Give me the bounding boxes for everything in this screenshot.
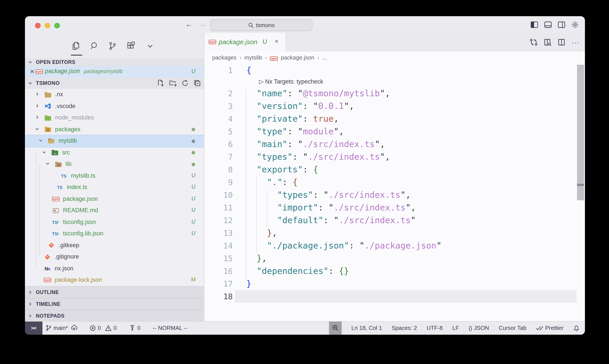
line-number: 12: [204, 214, 233, 227]
eol-sequence[interactable]: LF: [452, 325, 459, 331]
open-changes-icon[interactable]: [530, 38, 538, 46]
source-control-icon[interactable]: [107, 40, 118, 52]
code-line-13[interactable]: 13 },: [204, 227, 585, 239]
git-dot-badge: [192, 139, 195, 143]
git-status-badge: U: [189, 172, 197, 178]
breadcrumb-item-package.json[interactable]: package.json: [281, 54, 314, 61]
code-line-4[interactable]: 4 "private": true,: [204, 112, 585, 125]
code-line-17[interactable]: 17}: [204, 277, 585, 290]
encoding[interactable]: UTF-8: [427, 325, 443, 331]
tree-item-mytslib-ts[interactable]: TSmytslib.tsU: [25, 170, 204, 182]
cursor-tab-status[interactable]: Cursor Tab: [499, 325, 527, 331]
outline-title: OUTLINE: [36, 290, 59, 295]
tab-package-json[interactable]: npm package.json U ×: [204, 33, 286, 52]
code-line-7[interactable]: 7 "types": "./src/index.ts",: [204, 151, 585, 163]
run-target-icon[interactable]: ▷: [259, 78, 264, 85]
zoom-window-button[interactable]: [54, 23, 60, 28]
extensions-icon[interactable]: [125, 40, 137, 52]
code-line-1[interactable]: 1{: [204, 64, 585, 77]
search-view-icon[interactable]: [89, 40, 100, 52]
code-line-11[interactable]: 11 "import": "./src/index.ts",: [204, 201, 585, 214]
new-folder-icon[interactable]: [169, 79, 177, 87]
explorer-icon[interactable]: [70, 40, 82, 52]
remote-indicator[interactable]: ><: [25, 321, 42, 335]
tree-item--gitignore[interactable]: .gitignore: [25, 251, 204, 263]
language-mode[interactable]: {} JSON: [468, 325, 489, 331]
open-editors-header[interactable]: OPEN EDITORS: [25, 58, 204, 66]
new-file-icon[interactable]: [157, 79, 165, 87]
open-editor-item[interactable]: ✕ npm package.json packages/mytslib U: [25, 66, 204, 78]
problems-status[interactable]: 0 0: [90, 325, 117, 331]
tree-item--vscode[interactable]: .vscode: [25, 100, 204, 112]
more-views-chevron-icon[interactable]: [144, 40, 156, 52]
git-dot-badge: [192, 151, 195, 155]
tree-item--nx[interactable]: .nx: [25, 89, 204, 100]
tree-item-tsconfig-json[interactable]: TS∗tsconfig.jsonU: [25, 216, 204, 228]
tree-item-label: lib: [66, 161, 72, 167]
tree-item-src[interactable]: <>src: [25, 147, 204, 158]
code-line-8[interactable]: 8 "exports": {: [204, 163, 585, 176]
tree-item-package-json[interactable]: npmpackage.jsonU: [25, 193, 204, 205]
toggle-panel-icon[interactable]: [544, 21, 552, 28]
ports-status[interactable]: 0: [129, 325, 140, 331]
close-editor-icon[interactable]: ✕: [30, 68, 35, 75]
code-line-18[interactable]: 18: [204, 290, 585, 303]
breadcrumb-item-packages[interactable]: packages: [212, 54, 236, 61]
breadcrumb-tail[interactable]: ...: [322, 54, 327, 61]
code-area[interactable]: 1{▷ Nx Targets: typecheck2 "name": "@tsm…: [204, 64, 585, 321]
tree-item-mytslib[interactable]: mytslib: [25, 135, 204, 147]
close-tab-icon[interactable]: ×: [275, 38, 278, 45]
code-line-15[interactable]: 15 },: [204, 252, 585, 265]
code-line-3[interactable]: 3 "version": "0.0.1",: [204, 100, 585, 112]
toggle-secondary-sidebar-icon[interactable]: [557, 21, 565, 28]
open-preview-icon[interactable]: [544, 38, 552, 46]
tree-item-index-ts[interactable]: TSindex.tsU: [25, 182, 204, 193]
code-line-6[interactable]: 6 "main": "./src/index.ts",: [204, 138, 585, 151]
more-actions-icon[interactable]: ···: [572, 38, 580, 46]
settings-gear-icon[interactable]: [571, 21, 579, 28]
tree-item-lib[interactable]: lib: [25, 158, 204, 170]
branch-status[interactable]: main*: [46, 325, 78, 331]
tree-item-packages[interactable]: packages: [25, 124, 204, 135]
code-line-14[interactable]: 14 "./package.json": "./package.json": [204, 239, 585, 252]
breadcrumb-item-mytslib[interactable]: mytslib: [244, 54, 262, 61]
outline-section-header[interactable]: OUTLINE: [25, 286, 204, 298]
breadcrumb[interactable]: packages›mytslib›npmpackage.json›...: [204, 52, 585, 64]
split-editor-icon[interactable]: [558, 38, 566, 46]
tree-item-readme-md[interactable]: M↓README.mdU: [25, 205, 204, 216]
code-line-2[interactable]: 2 "name": "@tsmono/mytslib",: [204, 87, 585, 100]
navigate-back-button[interactable]: ←: [184, 20, 194, 29]
code-line-10[interactable]: 10 "types": "./src/index.ts",: [204, 189, 585, 201]
code-line-5[interactable]: 5 "type": "module",: [204, 125, 585, 138]
code-line-9[interactable]: 9 ".": {: [204, 176, 585, 189]
indentation[interactable]: Spaces: 2: [391, 325, 417, 331]
refresh-icon[interactable]: [181, 79, 189, 87]
codelens[interactable]: ▷ Nx Targets: typecheck: [204, 77, 585, 87]
notifications-bell-icon[interactable]: [573, 325, 580, 332]
tree-item-nx-json[interactable]: Nxnx.json: [25, 263, 204, 274]
navigate-forward-button[interactable]: →: [198, 20, 207, 29]
minimize-window-button[interactable]: [44, 23, 50, 28]
code-text: "private": true,: [246, 112, 339, 125]
code-line-12[interactable]: 12 "default": "./src/index.ts": [204, 214, 585, 227]
timeline-section-header[interactable]: TIMELINE: [25, 298, 204, 310]
tree-item-tsconfig-lib-json[interactable]: TS∗tsconfig.lib.jsonU: [25, 228, 204, 240]
toggle-primary-sidebar-icon[interactable]: [530, 21, 538, 28]
error-icon: [90, 325, 96, 331]
tree-item-package-lock-json[interactable]: npmpackage-lock.jsonM: [25, 274, 204, 286]
zoom-indicator[interactable]: [329, 321, 342, 335]
tree-item--gitkeep[interactable]: .gitkeep: [25, 240, 204, 251]
code-line-16[interactable]: 16 "dependencies": {}: [204, 265, 585, 277]
formatter-status[interactable]: Prettier: [536, 325, 563, 331]
command-center-search[interactable]: tsmono: [210, 19, 312, 31]
sidebar: OPEN EDITORS ✕ npm package.json packages…: [25, 33, 204, 321]
cursor-position[interactable]: Ln 18, Col 1: [351, 325, 382, 331]
status-bar: >< main* 0 0 0: [25, 321, 585, 335]
vim-mode[interactable]: -- NORMAL --: [153, 325, 187, 331]
notepads-section-header[interactable]: NOTEPADS: [25, 310, 204, 322]
close-window-button[interactable]: [35, 23, 40, 28]
explorer-section-header[interactable]: TSMONO: [25, 78, 204, 89]
scrollbar-thumb[interactable]: [577, 65, 584, 200]
tree-item-node-modules[interactable]: jsnode_modules: [25, 112, 204, 124]
collapse-all-icon[interactable]: [193, 79, 201, 87]
